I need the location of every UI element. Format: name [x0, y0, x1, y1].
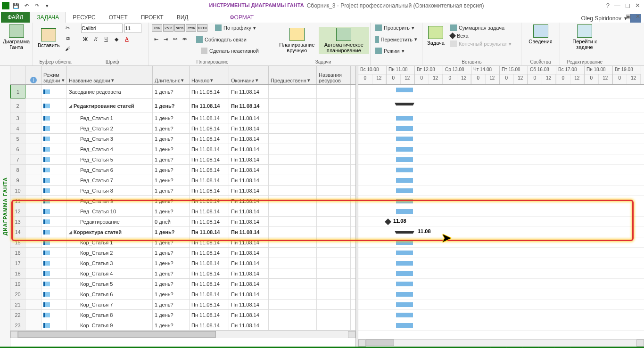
row-finish[interactable]: Пн 11.08.14: [229, 227, 269, 237]
table-row[interactable]: 22Кор_Статья 81 день?Пн 11.08.14Пн 11.08…: [10, 310, 355, 320]
scroll-to-task-button[interactable]: Перейти к задаче: [563, 24, 606, 51]
col-finish[interactable]: Окончани▾: [229, 66, 269, 84]
row-number[interactable]: 18: [10, 268, 25, 278]
row-finish[interactable]: Пн 11.08.14: [229, 237, 269, 247]
row-number[interactable]: 1: [10, 85, 25, 98]
gantt-view-button[interactable]: Диаграмма Ганта: [3, 24, 30, 51]
row-info[interactable]: [25, 206, 41, 216]
row-info[interactable]: [25, 99, 41, 113]
gantt-milestone[interactable]: [385, 219, 391, 225]
pct-100[interactable]: 100%: [197, 24, 207, 32]
row-duration[interactable]: 1 день?: [153, 299, 190, 309]
gantt-row[interactable]: [358, 85, 644, 99]
save-icon[interactable]: 💾: [12, 2, 20, 9]
row-mode[interactable]: [41, 123, 67, 133]
row-resources[interactable]: [317, 227, 351, 237]
row-predecessors[interactable]: [269, 320, 317, 330]
row-resources[interactable]: [317, 320, 351, 330]
row-start[interactable]: Пн 11.08.14: [190, 248, 229, 258]
gantt-row[interactable]: [358, 258, 644, 268]
row-info[interactable]: [25, 123, 41, 133]
table-row[interactable]: 7Ред_Статья 51 день?Пн 11.08.14Пн 11.08.…: [10, 154, 355, 165]
row-info[interactable]: [25, 175, 41, 185]
gantt-bar[interactable]: [396, 323, 413, 328]
gantt-row[interactable]: [358, 279, 644, 289]
bold-button[interactable]: Ж: [81, 35, 90, 43]
tab-report[interactable]: ОТЧЕТ: [102, 12, 134, 23]
row-number[interactable]: 5: [10, 134, 25, 144]
row-duration[interactable]: 1 день?: [153, 320, 190, 330]
row-resources[interactable]: [317, 310, 351, 320]
row-mode[interactable]: [41, 175, 67, 185]
cut-icon[interactable]: ✂: [64, 24, 72, 32]
table-row[interactable]: 15Кор_Статья 11 день?Пн 11.08.14Пн 11.08…: [10, 237, 355, 248]
row-number[interactable]: 4: [10, 123, 25, 133]
row-number[interactable]: 14: [10, 227, 25, 237]
tab-task[interactable]: ЗАДАЧА: [30, 12, 66, 23]
row-finish[interactable]: Пн 11.08.14: [229, 113, 269, 123]
col-resources[interactable]: Названия ресурсов: [317, 66, 351, 84]
row-predecessors[interactable]: [269, 154, 317, 164]
row-start[interactable]: Пн 11.08.14: [190, 289, 229, 299]
gantt-chart[interactable]: Вс 10.08012Пн 11.08012Вт 12.08012Ср 13.0…: [358, 66, 644, 347]
row-resources[interactable]: [317, 258, 351, 268]
tab-view[interactable]: ВИД: [170, 12, 195, 23]
row-number[interactable]: 8: [10, 165, 25, 175]
gantt-row[interactable]: 11.08: [358, 227, 644, 237]
row-info[interactable]: [25, 248, 41, 258]
row-resources[interactable]: [317, 85, 351, 98]
close-icon[interactable]: ✕: [635, 2, 640, 9]
row-duration[interactable]: 1 день?: [153, 85, 190, 98]
gantt-bar[interactable]: [396, 282, 413, 286]
undo-icon[interactable]: ↶: [23, 2, 30, 9]
table-row[interactable]: 4Ред_Статья 21 день?Пн 11.08.14Пн 11.08.…: [10, 123, 355, 134]
gantt-bar[interactable]: [396, 251, 413, 255]
row-start[interactable]: Пн 11.08.14: [190, 175, 229, 185]
row-mode[interactable]: [41, 196, 67, 206]
row-mode[interactable]: [41, 299, 67, 309]
row-name[interactable]: Кор_Статья 4: [67, 268, 153, 278]
row-name[interactable]: Кор_Статья 6: [67, 289, 153, 299]
row-mode[interactable]: [41, 268, 67, 278]
table-row[interactable]: 1Заседание редсовета1 день?Пн 11.08.14Пн…: [10, 85, 355, 99]
row-finish[interactable]: Пн 11.08.14: [229, 186, 269, 195]
gantt-bar[interactable]: [396, 271, 413, 276]
row-resources[interactable]: [317, 206, 351, 216]
row-predecessors[interactable]: [269, 310, 317, 320]
row-start[interactable]: Пн 11.08.14: [190, 206, 229, 216]
gantt-row[interactable]: [358, 165, 644, 175]
gantt-bar[interactable]: [396, 261, 413, 266]
row-number[interactable]: 12: [10, 206, 25, 216]
row-start[interactable]: Пн 11.08.14: [190, 258, 229, 268]
row-finish[interactable]: Пн 11.08.14: [229, 99, 269, 113]
row-predecessors[interactable]: [269, 113, 317, 123]
row-duration[interactable]: 1 день?: [153, 134, 190, 144]
gantt-bar[interactable]: [396, 178, 413, 183]
row-predecessors[interactable]: [269, 279, 317, 289]
row-start[interactable]: Пн 11.08.14: [190, 299, 229, 309]
gantt-row[interactable]: [358, 154, 644, 165]
row-duration[interactable]: 1 день?: [153, 144, 190, 154]
row-number[interactable]: 20: [10, 289, 25, 299]
row-mode[interactable]: [41, 279, 67, 289]
row-resources[interactable]: [317, 99, 351, 113]
row-name[interactable]: Ред_Статья 3: [67, 134, 153, 144]
grid-scrollbar[interactable]: [10, 331, 355, 338]
row-predecessors[interactable]: [269, 186, 317, 195]
row-predecessors[interactable]: [269, 268, 317, 278]
row-name[interactable]: Ред_Статья 2: [67, 123, 153, 133]
row-duration[interactable]: 1 день?: [153, 186, 190, 195]
gantt-row[interactable]: [358, 196, 644, 206]
gantt-bar[interactable]: [396, 88, 413, 92]
table-row[interactable]: 12Ред_Статья 101 день?Пн 11.08.14Пн 11.0…: [10, 206, 355, 217]
row-name[interactable]: Ред_Статья 5: [67, 154, 153, 164]
copy-icon[interactable]: ⧉: [64, 34, 72, 42]
row-resources[interactable]: [317, 144, 351, 154]
row-number[interactable]: 22: [10, 310, 25, 320]
task-button[interactable]: Задача: [425, 25, 446, 47]
row-name[interactable]: Кор_Статья 2: [67, 248, 153, 258]
row-start[interactable]: Пн 11.08.14: [190, 134, 229, 144]
row-predecessors[interactable]: [269, 144, 317, 154]
row-info[interactable]: [25, 279, 41, 289]
row-predecessors[interactable]: [269, 299, 317, 309]
